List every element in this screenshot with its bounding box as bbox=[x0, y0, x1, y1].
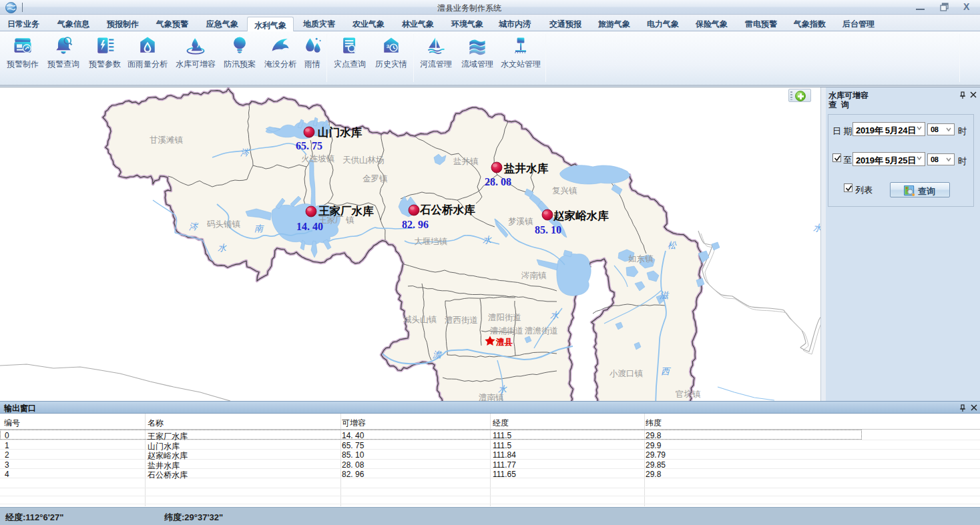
svg-text:金罗镇: 金罗镇 bbox=[362, 174, 388, 183]
svg-text:涔: 涔 bbox=[189, 221, 198, 231]
svg-text:火连坡镇: 火连坡镇 bbox=[301, 154, 335, 163]
svg-text:王家厂水库: 王家厂水库 bbox=[318, 205, 374, 217]
svg-text:82. 96: 82. 96 bbox=[402, 219, 429, 230]
svg-text:3: 3 bbox=[387, 43, 390, 49]
svg-text:85. 10: 85. 10 bbox=[535, 224, 561, 235]
svg-text:水: 水 bbox=[498, 384, 507, 394]
svg-text:28. 08: 28. 08 bbox=[485, 176, 511, 187]
svg-text:梦溪镇: 梦溪镇 bbox=[508, 217, 533, 226]
svg-text:城头山镇: 城头山镇 bbox=[403, 315, 437, 324]
svg-text:澧澹街道: 澧澹街道 bbox=[525, 326, 558, 336]
svg-text:澧县: 澧县 bbox=[495, 338, 513, 347]
svg-text:65. 75: 65. 75 bbox=[296, 140, 322, 151]
svg-text:山门水库: 山门水库 bbox=[318, 126, 362, 139]
svg-text:石公桥水库: 石公桥水库 bbox=[419, 203, 475, 216]
svg-text:松: 松 bbox=[668, 240, 677, 250]
svg-text:水: 水 bbox=[550, 310, 559, 320]
svg-text:涔: 涔 bbox=[240, 147, 250, 157]
svg-text:水: 水 bbox=[813, 223, 820, 233]
svg-text:如东镇: 如东镇 bbox=[628, 254, 654, 264]
svg-text:西: 西 bbox=[661, 366, 671, 376]
svg-text:盐井水库: 盐井水库 bbox=[503, 162, 549, 175]
svg-text:澧西街道: 澧西街道 bbox=[445, 316, 478, 325]
svg-text:澧浦街道: 澧浦街道 bbox=[490, 326, 523, 336]
svg-text:14. 40: 14. 40 bbox=[296, 221, 323, 232]
svg-text:官垸镇: 官垸镇 bbox=[676, 390, 701, 399]
svg-text:码头铺镇: 码头铺镇 bbox=[206, 219, 241, 229]
svg-text:大堰垱镇: 大堰垱镇 bbox=[414, 237, 448, 246]
svg-text:水: 水 bbox=[483, 235, 492, 245]
svg-text:复兴镇: 复兴镇 bbox=[552, 186, 577, 195]
svg-text:滋: 滋 bbox=[660, 290, 670, 300]
svg-text:澧阳街道: 澧阳街道 bbox=[488, 313, 521, 322]
svg-text:天供山林场: 天供山林场 bbox=[342, 155, 385, 165]
svg-text:水: 水 bbox=[218, 243, 227, 253]
svg-text:赵家峪水库: 赵家峪水库 bbox=[553, 209, 609, 222]
svg-text:涔南镇: 涔南镇 bbox=[521, 271, 547, 280]
svg-text:甘溪滩镇: 甘溪滩镇 bbox=[150, 135, 184, 145]
svg-text:盐井镇: 盐井镇 bbox=[453, 157, 479, 166]
svg-text:澹: 澹 bbox=[433, 350, 443, 360]
svg-text:小渡口镇: 小渡口镇 bbox=[609, 369, 644, 378]
svg-text:南: 南 bbox=[254, 223, 264, 233]
